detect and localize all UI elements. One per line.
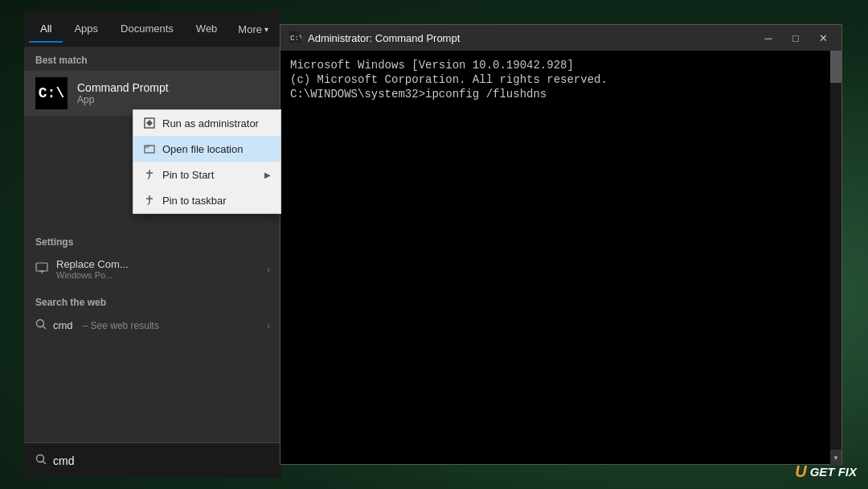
search-bar: [24, 442, 281, 478]
settings-item-replace-cmd[interactable]: Replace Com... Windows Po... ›: [24, 253, 281, 286]
open-file-icon: [143, 142, 156, 155]
ctx-pin-start[interactable]: Pin to Start ▶: [133, 162, 280, 187]
cmd-scrollbar[interactable]: ▼: [830, 51, 841, 466]
svg-text:C:\: C:\: [290, 35, 301, 43]
best-match-label: Best match: [24, 47, 281, 71]
ctx-pin-taskbar[interactable]: Pin to taskbar: [133, 187, 280, 213]
tab-all[interactable]: All: [29, 16, 63, 43]
svg-point-12: [37, 320, 44, 327]
search-web-section: Search the web cmd – See web results ›: [24, 289, 281, 341]
search-web-arrow-icon: ›: [267, 321, 270, 331]
cmd-window: C:\ Administrator: Command Prompt ─ □ ✕ …: [280, 24, 842, 465]
ctx-pin-start-label: Pin to Start: [162, 169, 214, 181]
cmd-line-1: Microsoft Windows [Version 10.0.19042.92…: [290, 59, 832, 72]
settings-item-line2: Windows Po...: [56, 270, 129, 280]
svg-line-8: [148, 203, 149, 205]
search-web-query: cmd: [53, 319, 73, 331]
ctx-run-admin[interactable]: Run as administrator: [133, 110, 280, 136]
best-match-sub: App: [77, 94, 169, 105]
watermark-u: U: [795, 462, 806, 481]
context-menu: Run as administrator Open file location …: [133, 109, 281, 214]
tab-more[interactable]: More ▾: [228, 17, 278, 42]
pin-start-icon: [143, 168, 156, 181]
command-prompt-icon: C:\: [35, 77, 68, 109]
svg-point-14: [37, 455, 44, 462]
ctx-open-file-label: Open file location: [162, 143, 243, 155]
ctx-run-admin-label: Run as administrator: [162, 117, 259, 129]
tabs-row: All Apps Documents Web More ▾: [24, 11, 281, 47]
best-match-title: Command Prompt: [77, 81, 169, 94]
cmd-line-4: C:\WINDOWS\system32>ipconfig /flushdns: [290, 88, 832, 101]
search-web-sub: – See web results: [83, 320, 159, 331]
cmd-window-title: Administrator: Command Prompt: [308, 32, 751, 44]
svg-marker-1: [146, 120, 153, 126]
watermark-text: GET FIX: [810, 465, 857, 479]
run-admin-icon: [143, 117, 156, 129]
ctx-pin-taskbar-label: Pin to taskbar: [162, 195, 227, 207]
svg-line-15: [43, 462, 47, 465]
maximize-button[interactable]: □: [785, 27, 806, 48]
search-input[interactable]: [53, 454, 270, 467]
cmd-body: Microsoft Windows [Version 10.0.19042.92…: [280, 51, 841, 464]
best-match-text: Command Prompt App: [77, 81, 169, 105]
search-web-item[interactable]: cmd – See web results ›: [24, 313, 281, 338]
settings-section: Settings Replace Com... Windows Po... ›: [24, 220, 281, 289]
svg-rect-9: [36, 263, 47, 271]
chevron-down-icon: ▾: [264, 25, 268, 34]
cmd-line-2: (c) Microsoft Corporation. All rights re…: [290, 73, 832, 86]
pin-taskbar-icon: [143, 194, 156, 207]
tab-apps[interactable]: Apps: [63, 16, 109, 43]
watermark: U GET FIX: [795, 462, 857, 481]
cmd-titlebar: C:\ Administrator: Command Prompt ─ □ ✕: [280, 25, 841, 51]
svg-rect-2: [145, 146, 154, 153]
tab-web[interactable]: Web: [185, 16, 229, 43]
close-button[interactable]: ✕: [813, 27, 833, 48]
search-web-header: Search the web: [24, 294, 281, 313]
monitor-icon: [35, 261, 48, 277]
start-menu: All Apps Documents Web More ▾ Best match…: [24, 11, 281, 478]
search-bar-icon: [35, 454, 47, 467]
search-web-icon: [35, 318, 47, 332]
search-results-content: Best match C:\ Command Prompt App Run as…: [24, 47, 281, 442]
svg-line-5: [148, 177, 149, 179]
tab-documents[interactable]: Documents: [109, 16, 185, 43]
cmd-window-icon: C:\: [289, 31, 301, 46]
settings-arrow-icon: ›: [267, 265, 270, 274]
ctx-submenu-arrow-icon: ▶: [264, 171, 271, 179]
svg-line-13: [43, 327, 47, 330]
ctx-open-file[interactable]: Open file location: [133, 136, 280, 162]
settings-item-line1: Replace Com...: [56, 258, 129, 270]
cmd-scrollbar-thumb: [830, 51, 841, 83]
minimize-button[interactable]: ─: [758, 27, 779, 48]
settings-label: Settings: [24, 228, 281, 253]
